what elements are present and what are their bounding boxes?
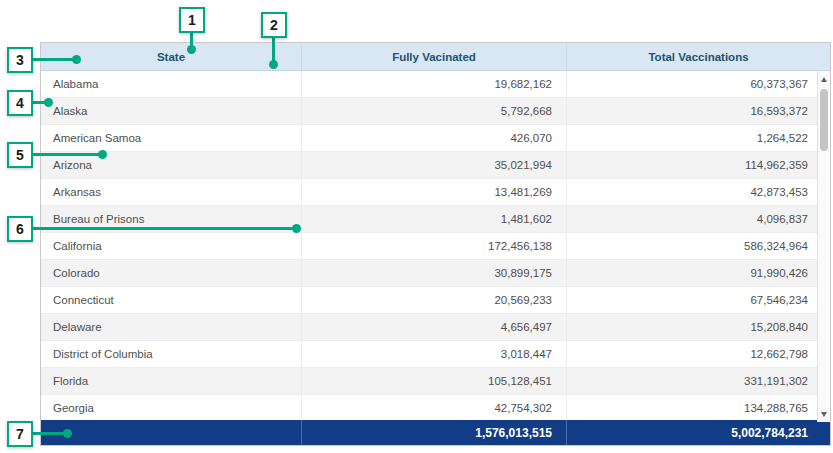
table-row[interactable]: Connecticut 20,569,233 67,546,234	[41, 287, 830, 314]
cell-state: Alabama	[41, 71, 301, 97]
table-row[interactable]: Colorado 30,899,175 91,990,426	[41, 260, 830, 287]
table-row[interactable]: Alabama 19,682,162 60,373,367	[41, 71, 830, 98]
callout-5-line	[32, 153, 100, 156]
report-canvas: State Fully Vacinated Total Vaccinations…	[0, 0, 833, 453]
table-row[interactable]: Arkansas 13,481,269 42,873,453	[41, 179, 830, 206]
callout-7-dot	[63, 429, 72, 438]
cell-fully-vaccinated: 172,456,138	[301, 233, 566, 259]
callout-6-dot	[292, 224, 301, 233]
cell-state: Delaware	[41, 314, 301, 340]
cell-state: Arkansas	[41, 179, 301, 205]
callout-1-marker: 1	[179, 7, 205, 33]
cell-total-vaccinations: 91,990,426	[566, 260, 830, 286]
cell-total-vaccinations: 4,096,837	[566, 206, 830, 232]
column-header-fully-vaccinated[interactable]: Fully Vacinated	[301, 43, 566, 70]
callout-3-marker: 3	[7, 47, 33, 73]
vaccination-table: State Fully Vacinated Total Vaccinations…	[40, 42, 831, 446]
table-row[interactable]: American Samoa 426,070 1,264,522	[41, 125, 830, 152]
cell-fully-vaccinated: 1,481,602	[301, 206, 566, 232]
table-row[interactable]: Florida 105,128,451 331,191,302	[41, 368, 830, 395]
scroll-down-icon	[821, 412, 827, 417]
cell-fully-vaccinated: 30,899,175	[301, 260, 566, 286]
scroll-up-button[interactable]	[818, 71, 830, 87]
cell-fully-vaccinated: 105,128,451	[301, 368, 566, 394]
table-body: Alabama 19,682,162 60,373,367 Alaska 5,7…	[41, 71, 830, 422]
cell-fully-vaccinated: 426,070	[301, 125, 566, 151]
cell-state: Colorado	[41, 260, 301, 286]
scroll-up-icon	[821, 77, 827, 82]
cell-fully-vaccinated: 4,656,497	[301, 314, 566, 340]
cell-fully-vaccinated: 42,754,302	[301, 395, 566, 421]
callout-4-marker: 4	[7, 90, 33, 116]
callout-6-line	[32, 227, 294, 230]
scrollbar-thumb[interactable]	[820, 89, 828, 151]
callout-1-dot	[187, 45, 196, 54]
cell-fully-vaccinated: 35,021,994	[301, 152, 566, 178]
totals-fully-vaccinated: 1,576,013,515	[301, 420, 566, 445]
table-row[interactable]: Delaware 4,656,497 15,208,840	[41, 314, 830, 341]
scroll-down-button[interactable]	[818, 406, 830, 422]
callout-2-dot	[269, 60, 278, 69]
cell-total-vaccinations: 134,288,765	[566, 395, 830, 421]
table-header-row: State Fully Vacinated Total Vaccinations	[41, 43, 830, 71]
cell-state: District of Columbia	[41, 341, 301, 367]
callout-5-dot	[98, 150, 107, 159]
vertical-scrollbar[interactable]	[817, 71, 830, 422]
cell-fully-vaccinated: 13,481,269	[301, 179, 566, 205]
cell-total-vaccinations: 60,373,367	[566, 71, 830, 97]
cell-fully-vaccinated: 19,682,162	[301, 71, 566, 97]
table-row[interactable]: Georgia 42,754,302 134,288,765	[41, 395, 830, 422]
callout-4-dot	[44, 98, 53, 107]
callout-7-line	[32, 432, 66, 435]
callout-3-line	[32, 58, 74, 61]
table-row[interactable]: District of Columbia 3,018,447 12,662,79…	[41, 341, 830, 368]
totals-row: 1,576,013,515 5,002,784,231	[41, 420, 830, 445]
cell-total-vaccinations: 331,191,302	[566, 368, 830, 394]
totals-total-vaccinations: 5,002,784,231	[566, 420, 830, 445]
cell-fully-vaccinated: 3,018,447	[301, 341, 566, 367]
cell-fully-vaccinated: 20,569,233	[301, 287, 566, 313]
cell-state: Georgia	[41, 395, 301, 421]
cell-state: American Samoa	[41, 125, 301, 151]
cell-total-vaccinations: 15,208,840	[566, 314, 830, 340]
callout-5-marker: 5	[7, 142, 33, 168]
callout-3-dot	[72, 55, 81, 64]
callout-2-marker: 2	[261, 12, 287, 38]
cell-total-vaccinations: 114,962,359	[566, 152, 830, 178]
cell-total-vaccinations: 67,546,234	[566, 287, 830, 313]
cell-total-vaccinations: 12,662,798	[566, 341, 830, 367]
cell-fully-vaccinated: 5,792,668	[301, 98, 566, 124]
cell-state: Alaska	[41, 98, 301, 124]
callout-6-marker: 6	[7, 216, 33, 242]
totals-label-cell	[41, 420, 301, 445]
table-row[interactable]: Alaska 5,792,668 16,593,372	[41, 98, 830, 125]
column-header-total-vaccinations[interactable]: Total Vaccinations	[566, 43, 830, 70]
cell-state: Connecticut	[41, 287, 301, 313]
table-row[interactable]: Arizona 35,021,994 114,962,359	[41, 152, 830, 179]
cell-total-vaccinations: 586,324,964	[566, 233, 830, 259]
table-row[interactable]: California 172,456,138 586,324,964	[41, 233, 830, 260]
callout-7-marker: 7	[7, 421, 33, 447]
cell-state: Florida	[41, 368, 301, 394]
cell-total-vaccinations: 16,593,372	[566, 98, 830, 124]
cell-state: California	[41, 233, 301, 259]
cell-total-vaccinations: 42,873,453	[566, 179, 830, 205]
cell-total-vaccinations: 1,264,522	[566, 125, 830, 151]
